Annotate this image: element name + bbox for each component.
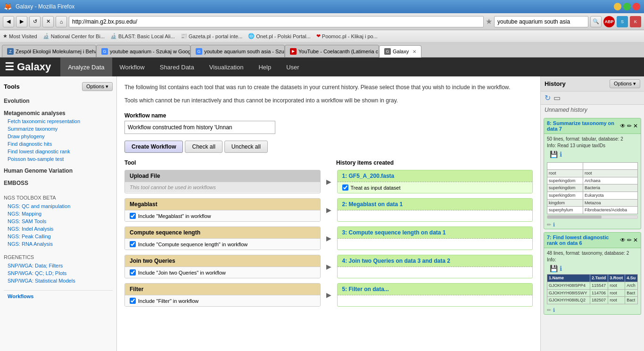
history-item-7-table: 1.Name 2.TaxId 3.Root 4.Su GJOKHYH08I5PP…: [547, 274, 638, 304]
table-row: root root: [547, 170, 638, 177]
sidebar-link-workflows[interactable]: Workflows: [0, 292, 116, 300]
galaxy-logo-text: Galaxy: [17, 61, 51, 73]
history-item-8-title[interactable]: 8: Summarize taxonomy on data 7: [547, 120, 620, 132]
section-rgenetics: RGENETICS: [0, 252, 116, 261]
sidebar-options-button[interactable]: Options ▾: [82, 82, 113, 91]
forward-button[interactable]: ▶: [16, 16, 27, 27]
filter-arrow: ▶: [324, 283, 333, 307]
nav-visualization[interactable]: Visualization: [202, 58, 251, 76]
edit-icon-8[interactable]: ✏: [627, 123, 632, 129]
megablast-arrow: ▶: [324, 198, 333, 222]
search-button[interactable]: 🔍: [590, 16, 602, 27]
stop-button[interactable]: ✕: [42, 16, 54, 27]
action-buttons: Create Workflow Check all Uncheck all: [124, 141, 533, 153]
minimize-btn[interactable]: [614, 3, 621, 10]
nav-user[interactable]: User: [279, 58, 306, 76]
nav-help[interactable]: Help: [251, 58, 279, 76]
sidebar-link-snp-qc[interactable]: SNP/WGA: QC; LD; Plots: [0, 269, 116, 277]
sidebar-link-ngs-peak[interactable]: NGS: Peak Calling: [0, 233, 116, 240]
sidebar-link-find-lowest[interactable]: Find lowest diagnostic rank: [0, 148, 116, 155]
info2-icon-8[interactable]: ℹ: [553, 222, 555, 228]
bookmarks-bar: ★ Most Visited 🔬 National Center for Bi.…: [0, 30, 644, 42]
sidebar-link-snp-stat[interactable]: SNP/WGA: Statistical Models: [0, 277, 116, 284]
blast-bookmark[interactable]: 🔬 BLAST: Basic Local Ali...: [110, 33, 175, 39]
tab-galaxy[interactable]: G Galaxy ✕: [379, 45, 421, 58]
edit2-icon-8[interactable]: ✏: [547, 222, 551, 228]
table-scrollbar[interactable]: [547, 215, 638, 219]
join-tool-box: Join two Queries Include "Join two Queri…: [124, 255, 321, 278]
most-visited-bookmark[interactable]: ★ Most Visited: [3, 33, 37, 39]
tab-youtube1[interactable]: G youtube aquarium - Szukaj w Google ✕: [96, 45, 190, 57]
sidebar-link-find-diagnostic[interactable]: Find diagnostic hits: [0, 140, 116, 148]
check-all-button[interactable]: Check all: [185, 141, 222, 153]
browser-title: Galaxy - Mozilla Firefox: [16, 3, 74, 10]
upload-history-box: 1: GF5_A_200.fasta Treat as input datase…: [337, 170, 533, 193]
sidebar-link-poisson[interactable]: Poisson two-sample test: [0, 155, 116, 163]
poomoc-bookmark[interactable]: ❤ Poomoc.pl - Klikaj i po...: [316, 33, 378, 39]
home-button[interactable]: ⌂: [56, 16, 67, 27]
history-item-7-title[interactable]: 7: Find lowest diagnostic rank on data 6: [547, 234, 620, 246]
sidebar-link-ngs-sam[interactable]: NGS: SAM Tools: [0, 217, 116, 225]
history-options-button[interactable]: Options ▾: [610, 79, 640, 88]
close-btn[interactable]: [633, 3, 640, 10]
sidebar-link-fetch-taxonomic[interactable]: Fetch taxonomic representation: [0, 117, 116, 125]
refresh-icon[interactable]: ↻: [545, 93, 551, 102]
tab-favicon-3: G: [196, 48, 202, 55]
sidebar-link-snp-data[interactable]: SNP/WGA: Data; Filters: [0, 262, 116, 269]
gazeta-bookmark[interactable]: 📰 Gazeta.pl - portal inte...: [181, 33, 242, 39]
info2-icon-7[interactable]: ℹ: [553, 307, 555, 313]
sidebar-link-summarize[interactable]: Summarize taxonomy: [0, 125, 116, 133]
megablast-history-header: 2: Megablast on data 1: [338, 199, 533, 210]
tab-close-5[interactable]: ✕: [413, 49, 416, 54]
tool-item-filter: Filter Include "Filter" in workflow ▶ 5:…: [124, 283, 533, 307]
info-icon-7[interactable]: ℹ: [560, 264, 562, 274]
ncbi-icon: 🔬: [43, 33, 50, 39]
create-workflow-button[interactable]: Create Workflow: [124, 141, 183, 153]
sidebar-link-ngs-rna[interactable]: NGS: RNA Analysis: [0, 240, 116, 248]
nav-shared-data[interactable]: Shared Data: [152, 58, 202, 76]
nav-analyze-data[interactable]: Analyze Data: [60, 58, 112, 76]
tab-zespol[interactable]: Z Zespół Ekologii Molekularnej i Behawio…: [2, 45, 96, 57]
join-checkbox[interactable]: [130, 269, 136, 276]
megablast-checkbox[interactable]: [130, 213, 136, 219]
address-bar[interactable]: [69, 16, 484, 27]
bookmark-star[interactable]: ★: [486, 17, 492, 26]
galaxy-navigation: ☰ Galaxy Analyze Data Workflow Shared Da…: [0, 58, 644, 76]
table-row: GJOKHYH08I8LQ2 182507 root Bact: [547, 297, 638, 304]
nav-workflow[interactable]: Workflow: [112, 58, 152, 76]
uncheck-all-button[interactable]: Uncheck all: [224, 141, 268, 153]
ncbi-bookmark[interactable]: 🔬 National Center for Bi...: [43, 33, 105, 39]
edit2-icon-7[interactable]: ✏: [547, 307, 551, 313]
onet-bookmark[interactable]: 🌐 Onet.pl - Polski Portal...: [248, 33, 311, 39]
view-icon-7[interactable]: 👁: [620, 237, 626, 243]
edit-icon-7[interactable]: ✏: [627, 237, 632, 243]
view-icon-8[interactable]: 👁: [620, 123, 626, 129]
join-history-box: 4: Join two Queries on data 3 and data 2: [337, 255, 533, 278]
tab-youtube3[interactable]: ▶ YouTube - Coelacanth (Latimeria chalu.…: [285, 45, 379, 57]
sidebar-link-draw-phylogeny[interactable]: Draw phylogeny: [0, 133, 116, 140]
sidebar-link-ngs-mapping[interactable]: NGS: Mapping: [0, 210, 116, 217]
search-input[interactable]: [494, 16, 588, 27]
compute-checkbox[interactable]: [130, 241, 136, 247]
treat-as-input-checkbox[interactable]: [342, 184, 348, 191]
filter-checkbox[interactable]: [130, 298, 136, 304]
save-icon-7[interactable]: 💾: [550, 264, 558, 274]
maximize-btn[interactable]: [623, 3, 631, 10]
workflow-name-input[interactable]: [124, 121, 275, 134]
collapse-icon[interactable]: ▭: [553, 93, 561, 102]
delete-icon-8[interactable]: ✕: [633, 123, 638, 129]
tab-youtube2[interactable]: G youtube aquarium south asia - Szukaj .…: [190, 45, 285, 57]
back-button[interactable]: ◀: [3, 16, 14, 27]
plugin-icon-1: S: [617, 16, 628, 27]
sidebar-link-ngs-qc[interactable]: NGS: QC and manipulation: [0, 202, 116, 210]
upload-tool-body: This tool cannot be used in workflows: [125, 182, 320, 192]
info-icon-8[interactable]: ℹ: [560, 150, 562, 159]
compute-tool-header: Compute sequence length: [125, 227, 320, 239]
delete-icon-7[interactable]: ✕: [633, 237, 638, 243]
upload-history-header: 1: GF5_A_200.fasta: [338, 170, 533, 182]
history-name: Unnamed history: [541, 105, 644, 115]
table-row: superkingdom Archaea: [547, 177, 638, 184]
save-icon-8[interactable]: 💾: [550, 150, 558, 159]
reload-button[interactable]: ↺: [29, 16, 41, 27]
sidebar-link-ngs-indel[interactable]: NGS: Indel Analysis: [0, 225, 116, 233]
